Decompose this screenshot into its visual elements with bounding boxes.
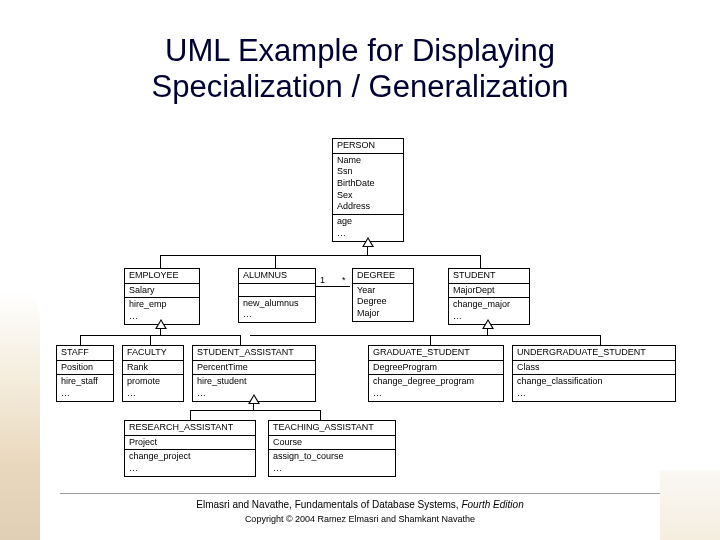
- slide-title: UML Example for Displaying Specializatio…: [0, 33, 720, 105]
- class-attrs: [239, 284, 315, 297]
- connector: [190, 410, 320, 411]
- connector: [600, 335, 601, 345]
- class-attrs: PercentTime: [193, 361, 315, 376]
- class-name: UNDERGRADUATE_STUDENT: [513, 346, 675, 361]
- multiplicity: *: [342, 275, 346, 285]
- class-name: STAFF: [57, 346, 113, 361]
- class-staff: STAFF Position hire_staff …: [56, 345, 114, 402]
- connector: [430, 335, 431, 345]
- class-attrs: Name Ssn BirthDate Sex Address: [333, 154, 403, 215]
- class-teaching-assistant: TEACHING_ASSISTANT Course assign_to_cour…: [268, 420, 396, 477]
- class-name: EMPLOYEE: [125, 269, 199, 284]
- class-attrs: Position: [57, 361, 113, 376]
- multiplicity: 1: [320, 275, 325, 285]
- class-name: STUDENT: [449, 269, 529, 284]
- connector: [240, 335, 241, 345]
- class-attrs: Year Degree Major: [353, 284, 413, 321]
- connector: [367, 247, 368, 255]
- class-ops: assign_to_course …: [269, 450, 395, 475]
- credit-line: Elmasri and Navathe, Fundamentals of Dat…: [0, 499, 720, 510]
- copyright-line: Copyright © 2004 Ramez Elmasri and Shamk…: [0, 514, 720, 524]
- class-attrs: Rank: [123, 361, 183, 376]
- gen-arrow-icon: [155, 319, 167, 329]
- footer-rule: [60, 493, 660, 494]
- class-name: ALUMNUS: [239, 269, 315, 284]
- class-name: STUDENT_ASSISTANT: [193, 346, 315, 361]
- class-attrs: DegreeProgram: [369, 361, 503, 376]
- connector: [320, 410, 321, 420]
- class-ops: new_alumnus …: [239, 297, 315, 322]
- credit-text: Elmasri and Navathe, Fundamentals of Dat…: [196, 499, 461, 510]
- class-attrs: Course: [269, 436, 395, 451]
- title-line1: UML Example for Displaying: [165, 33, 555, 68]
- class-ops: hire_staff …: [57, 375, 113, 400]
- connector: [275, 255, 276, 268]
- class-attrs: Project: [125, 436, 255, 451]
- class-name: TEACHING_ASSISTANT: [269, 421, 395, 436]
- class-name: GRADUATE_STUDENT: [369, 346, 503, 361]
- connector: [316, 286, 350, 287]
- connector: [480, 255, 481, 268]
- connector: [80, 335, 240, 336]
- slide: UML Example for Displaying Specializatio…: [0, 0, 720, 540]
- class-person: PERSON Name Ssn BirthDate Sex Address ag…: [332, 138, 404, 242]
- class-ops: change_degree_program …: [369, 375, 503, 400]
- credit-edition: Fourth Edition: [461, 499, 523, 510]
- class-undergraduate-student: UNDERGRADUATE_STUDENT Class change_class…: [512, 345, 676, 402]
- connector: [160, 255, 161, 268]
- gen-arrow-icon: [248, 394, 260, 404]
- gen-arrow-icon: [482, 319, 494, 329]
- class-alumnus: ALUMNUS new_alumnus …: [238, 268, 316, 323]
- title-line2: Specialization / Generalization: [151, 69, 568, 104]
- class-name: RESEARCH_ASSISTANT: [125, 421, 255, 436]
- class-faculty: FACULTY Rank promote …: [122, 345, 184, 402]
- class-research-assistant: RESEARCH_ASSISTANT Project change_projec…: [124, 420, 256, 477]
- gen-arrow-icon: [362, 237, 374, 247]
- class-ops: change_project …: [125, 450, 255, 475]
- class-employee: EMPLOYEE Salary hire_emp …: [124, 268, 200, 325]
- connector: [160, 255, 480, 256]
- class-attrs: MajorDept: [449, 284, 529, 299]
- class-name: PERSON: [333, 139, 403, 154]
- class-attrs: Salary: [125, 284, 199, 299]
- class-name: FACULTY: [123, 346, 183, 361]
- class-student: STUDENT MajorDept change_major …: [448, 268, 530, 325]
- connector: [80, 335, 81, 345]
- class-ops: change_classification …: [513, 375, 675, 400]
- class-graduate-student: GRADUATE_STUDENT DegreeProgram change_de…: [368, 345, 504, 402]
- class-degree: DEGREE Year Degree Major: [352, 268, 414, 322]
- connector: [190, 410, 191, 420]
- class-ops: promote …: [123, 375, 183, 400]
- class-name: DEGREE: [353, 269, 413, 284]
- class-attrs: Class: [513, 361, 675, 376]
- connector: [150, 335, 151, 345]
- connector: [250, 335, 600, 336]
